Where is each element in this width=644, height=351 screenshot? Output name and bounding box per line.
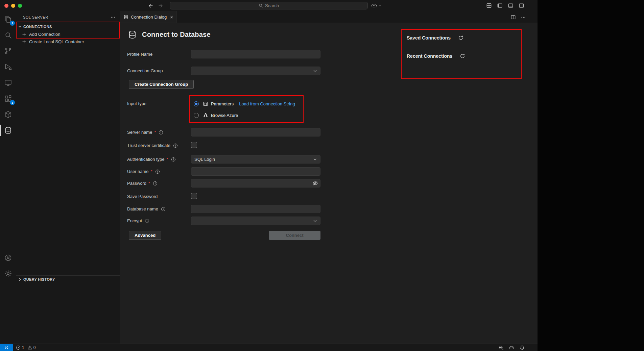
recent-connections-title: Recent Connections bbox=[407, 53, 452, 59]
form-row-input-type: Input type Parameters Load from Connecti… bbox=[127, 99, 320, 120]
notifications-bell-icon[interactable] bbox=[520, 345, 525, 350]
nav-forward-button[interactable] bbox=[158, 3, 163, 8]
nav-back-button[interactable] bbox=[148, 3, 153, 8]
extensions-badge: 1 bbox=[10, 100, 15, 105]
info-icon[interactable] bbox=[173, 143, 178, 148]
connect-button[interactable]: Connect bbox=[269, 231, 320, 240]
form-row-password: Password * bbox=[127, 179, 320, 187]
profile-name-input[interactable] bbox=[191, 50, 320, 58]
activity-item-containers[interactable] bbox=[0, 106, 16, 122]
saved-connections-title: Saved Connections bbox=[407, 35, 451, 41]
section-header-query-history[interactable]: QUERY HISTORY bbox=[16, 275, 120, 283]
field-label: Connection Group bbox=[127, 68, 163, 73]
search-icon bbox=[4, 31, 12, 39]
field-label: Save Password bbox=[127, 194, 158, 199]
activity-item-run-debug[interactable] bbox=[0, 59, 16, 75]
save-password-checkbox[interactable] bbox=[191, 193, 197, 199]
encrypt-dropdown[interactable] bbox=[191, 217, 320, 225]
dropdown-value: SQL Login bbox=[194, 157, 215, 162]
section-header-connections[interactable]: CONNECTIONS bbox=[16, 23, 120, 30]
refresh-icon[interactable] bbox=[458, 35, 463, 41]
info-icon[interactable] bbox=[161, 207, 166, 211]
field-label: Password bbox=[127, 181, 146, 186]
page-title: Connect to Database bbox=[142, 31, 211, 39]
activity-item-extensions[interactable]: 1 bbox=[0, 91, 16, 106]
trust-certificate-checkbox[interactable] bbox=[191, 142, 197, 148]
container-cube-icon bbox=[4, 110, 12, 119]
refresh-icon[interactable] bbox=[460, 53, 465, 59]
required-marker: * bbox=[154, 130, 156, 135]
load-connection-string-link[interactable]: Load from Connection String bbox=[239, 101, 295, 106]
info-icon[interactable] bbox=[145, 219, 149, 223]
minimize-window-button[interactable] bbox=[11, 4, 15, 8]
toggle-panel-button[interactable] bbox=[508, 3, 514, 8]
more-actions-icon[interactable] bbox=[521, 15, 526, 20]
sidebar-item-add-connection[interactable]: Add Connection bbox=[16, 30, 120, 38]
database-name-input[interactable] bbox=[191, 205, 320, 213]
saved-connections-header: Saved Connections bbox=[407, 34, 538, 41]
copilot-status-icon[interactable] bbox=[509, 345, 515, 351]
error-count: 1 bbox=[22, 345, 24, 350]
warning-icon bbox=[27, 345, 32, 350]
tab-connection-dialog[interactable]: Connection Dialog bbox=[120, 11, 177, 23]
customize-layout-button[interactable] bbox=[486, 3, 492, 8]
info-icon[interactable] bbox=[153, 181, 158, 186]
more-actions-icon[interactable] bbox=[110, 15, 116, 20]
connections-side-panel: Saved Connections Recent Connections bbox=[400, 23, 538, 344]
server-name-input[interactable] bbox=[191, 128, 320, 136]
toggle-password-visibility-icon[interactable] bbox=[312, 180, 318, 186]
remote-explorer-icon bbox=[4, 79, 12, 87]
authentication-type-dropdown[interactable]: SQL Login bbox=[191, 155, 320, 164]
activity-item-accounts[interactable] bbox=[0, 250, 16, 266]
radio-label: Browse Azure bbox=[211, 113, 238, 118]
copilot-menu-button[interactable] bbox=[371, 2, 382, 9]
azure-icon bbox=[203, 112, 208, 118]
info-icon[interactable] bbox=[159, 130, 163, 135]
info-icon[interactable] bbox=[155, 169, 160, 174]
radio-option-browse-azure[interactable]: Browse Azure bbox=[191, 110, 320, 120]
activity-item-remote-explorer[interactable] bbox=[0, 75, 16, 91]
toggle-primary-sidebar-button[interactable] bbox=[497, 3, 503, 8]
recent-connections-header: Recent Connections bbox=[407, 53, 538, 59]
connection-dialog-form: Connect to Database Profile Name Connect… bbox=[120, 23, 400, 344]
activity-item-sql-server[interactable] bbox=[0, 122, 16, 138]
chevron-down-icon bbox=[313, 157, 317, 162]
tree-item-label: Create Local SQL Container bbox=[29, 39, 84, 44]
database-icon bbox=[128, 30, 137, 39]
activity-bar: 1 1 bbox=[0, 11, 16, 344]
form-row-authentication-type: Authentication type * SQL Login bbox=[127, 155, 320, 164]
activity-item-settings[interactable] bbox=[0, 266, 16, 281]
activity-item-search[interactable] bbox=[0, 27, 16, 43]
remote-indicator-button[interactable] bbox=[0, 344, 13, 351]
zoom-icon[interactable] bbox=[499, 345, 504, 350]
window-controls bbox=[4, 4, 22, 8]
activity-item-source-control[interactable] bbox=[0, 43, 16, 59]
close-tab-icon[interactable] bbox=[169, 15, 174, 19]
toggle-secondary-sidebar-button[interactable] bbox=[519, 3, 524, 8]
sidebar-item-create-local-sql-container[interactable]: Create Local SQL Container bbox=[16, 38, 120, 45]
connection-group-dropdown[interactable] bbox=[191, 67, 320, 75]
database-icon bbox=[4, 126, 12, 134]
info-icon[interactable] bbox=[171, 157, 176, 162]
command-center-search[interactable]: Search bbox=[170, 2, 368, 9]
zoom-window-button[interactable] bbox=[18, 4, 22, 8]
warning-count: 0 bbox=[33, 345, 36, 350]
field-label: Encrypt bbox=[127, 218, 142, 223]
sidebar-title: SQL SERVER bbox=[23, 15, 48, 19]
radio-option-parameters[interactable]: Parameters Load from Connection String bbox=[191, 99, 320, 108]
radio-label: Parameters bbox=[211, 101, 234, 106]
form-row-server-name: Server name * bbox=[127, 128, 320, 136]
required-marker: * bbox=[167, 157, 168, 162]
split-editor-icon[interactable] bbox=[510, 15, 516, 20]
advanced-button[interactable]: Advanced bbox=[129, 231, 161, 240]
field-label: Trust server certificate bbox=[127, 143, 170, 148]
password-input[interactable] bbox=[191, 179, 320, 187]
user-name-input[interactable] bbox=[191, 167, 320, 176]
sidebar-sql-server: SQL SERVER CONNECTIONS Add Connection Cr… bbox=[16, 11, 120, 344]
plus-icon bbox=[22, 32, 27, 37]
field-label: Profile Name bbox=[127, 52, 152, 57]
close-window-button[interactable] bbox=[4, 4, 8, 8]
create-connection-group-button[interactable]: Create Connection Group bbox=[129, 80, 194, 89]
activity-item-explorer[interactable]: 1 bbox=[0, 11, 16, 27]
problems-status-button[interactable]: 1 0 bbox=[16, 345, 37, 350]
